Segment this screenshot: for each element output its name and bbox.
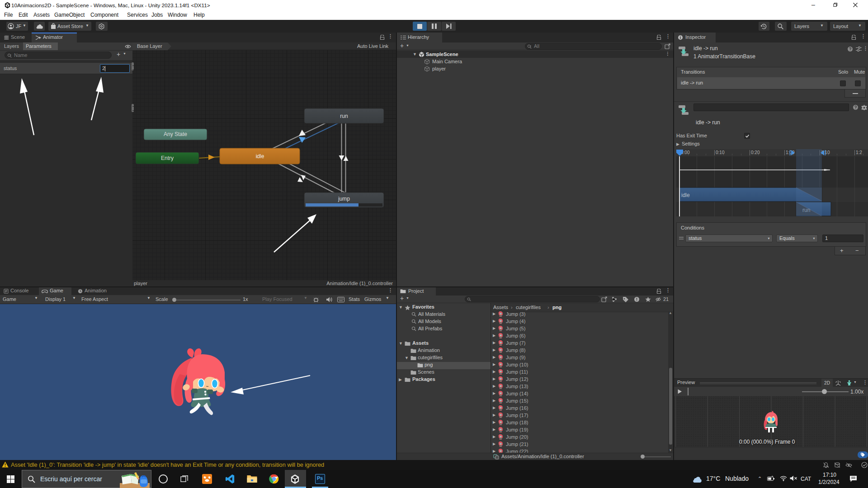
svg-text:jump: jump (338, 196, 350, 202)
svg-text:idle: idle (681, 192, 690, 198)
svg-text:Any State: Any State (164, 131, 187, 137)
svg-text:run: run (340, 113, 348, 119)
svg-text:0:10: 0:10 (716, 150, 725, 155)
svg-text:idle: idle (256, 153, 264, 160)
svg-text:Entry: Entry (161, 155, 174, 161)
svg-text:1:2: 1:2 (856, 150, 862, 155)
svg-text:0:20: 0:20 (751, 150, 760, 155)
